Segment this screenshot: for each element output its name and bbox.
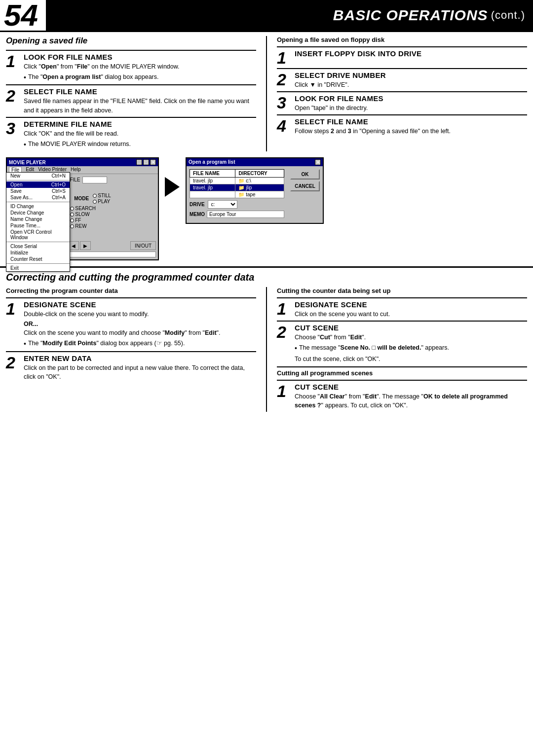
- mode-slow[interactable]: SLOW: [70, 212, 96, 217]
- step-2-title: SELECT FILE NAME: [24, 87, 256, 96]
- menu-id-change[interactable]: ID Change: [6, 203, 70, 210]
- mode-still[interactable]: STILL: [93, 193, 111, 198]
- correcting-step-1-bullet: The "Modify Edit Points" dialog box appe…: [24, 339, 256, 349]
- menu-separator-4: [6, 263, 70, 264]
- menu-open[interactable]: OpenCtrl+O: [6, 181, 70, 188]
- dialog-body: FILE NAME DIRECTORY travel. jlp 📁 c:\ tr…: [187, 166, 323, 223]
- cutting-step-number-1: 1: [277, 300, 292, 317]
- cutting-step-2-bullet-1: The message "Scene No. □ will be deleted…: [295, 343, 527, 353]
- close-button[interactable]: ✕: [150, 159, 156, 165]
- drive-select[interactable]: c:: [208, 200, 237, 209]
- cutting-all-step-body: Choose "All Clear" from "Edit". The mess…: [295, 392, 527, 410]
- file-name-2: travel. jlp: [190, 184, 235, 191]
- window-controls: _ □ ✕: [136, 159, 156, 165]
- ok-button[interactable]: OK: [290, 169, 320, 180]
- screenshot-area: MOVIE PLAYER _ □ ✕ File Edit Video Print…: [0, 157, 533, 260]
- step-3-determine-file-name: 3 DETERMINE FILE NAME Click "OK" and the…: [6, 117, 256, 149]
- mode-search[interactable]: SEARCH: [70, 206, 96, 211]
- page-cont: (cont.): [491, 9, 525, 22]
- cutting-all-heading: Cutting all programmed scenes: [277, 369, 527, 377]
- menu-name-change[interactable]: Name Change: [6, 216, 70, 222]
- mode-radios: STILL PLAY: [93, 193, 111, 204]
- step-1-title: LOOK FOR FILE NAMES: [24, 53, 256, 61]
- floppy-step-2: 2 SELECT DRIVE NUMBER Click ▼ in "DRIVE"…: [277, 68, 527, 89]
- menu-save-as[interactable]: Save As...Ctrl+A: [6, 194, 70, 201]
- dialog-memo-input[interactable]: [207, 211, 284, 218]
- correcting-step-1-body: Double-click on the scene you want to mo…: [24, 310, 256, 319]
- mode-ff[interactable]: FF: [70, 217, 96, 223]
- file-menu-dropdown: NewCtrl+N OpenCtrl+O SaveCtrl+S Save As.…: [6, 172, 70, 272]
- mode-play[interactable]: PLAY: [93, 199, 111, 204]
- dialog-memo-label: MEMO: [190, 212, 205, 217]
- cutting-step-2-body: Choose "Cut" from "Edit".: [295, 333, 527, 342]
- floppy-step-1: 1 INSERT FLOPPY DISK INTO DRIVE: [277, 46, 527, 66]
- cancel-button[interactable]: CANCEL: [290, 181, 320, 191]
- minimize-button[interactable]: _: [136, 159, 142, 165]
- floppy-step-number-4: 4: [277, 117, 292, 134]
- cutting-all-section: Cutting all programmed scenes 1 CUT SCEN…: [277, 366, 527, 410]
- file-row-2[interactable]: travel. jlp 📁 jlip: [190, 184, 284, 191]
- window-titlebar: MOVIE PLAYER _ □ ✕: [7, 158, 158, 166]
- correcting-step-2-body: Click on the part to be corrected and in…: [24, 363, 256, 381]
- mode-rew[interactable]: REW: [70, 223, 96, 229]
- dialog-main-row: FILE NAME DIRECTORY travel. jlp 📁 c:\ tr…: [190, 169, 320, 220]
- drive-label: DRIVE: [190, 202, 205, 207]
- menu-initialize[interactable]: Initialize: [6, 250, 70, 256]
- step-number-2: 2: [6, 87, 21, 104]
- next-button[interactable]: ▶: [80, 241, 91, 250]
- menu-help[interactable]: Help: [71, 167, 81, 173]
- menu-counter-reset[interactable]: Counter Reset: [6, 256, 70, 262]
- step-1-look-for-file-names: 1 LOOK FOR FILE NAMES Click "Open" from …: [6, 50, 256, 82]
- cutting-heading: Cutting the counter data being set up: [277, 287, 527, 294]
- step-2-body: Saved file names appear in the "FILE NAM…: [24, 97, 256, 114]
- floppy-step-1-title: INSERT FLOPPY DISK INTO DRIVE: [295, 49, 527, 58]
- cutting-step-2: 2 CUT SCENE Choose "Cut" from "Edit". Th…: [277, 321, 527, 363]
- dialog-memo-row: MEMO: [190, 211, 284, 218]
- step-2-select-file-name: 2 SELECT FILE NAME Saved file names appe…: [6, 84, 256, 114]
- dialog-close-button[interactable]: ✕: [315, 159, 321, 165]
- cutting-column: Cutting the counter data being set up 1 …: [267, 287, 527, 412]
- menu-save[interactable]: SaveCtrl+S: [6, 188, 70, 194]
- menu-close-serial[interactable]: Close Serial: [6, 243, 70, 250]
- correcting-or-text: OR...: [24, 320, 256, 328]
- arrow-right-icon: [165, 177, 180, 197]
- step-number-1: 1: [6, 53, 21, 70]
- page-title: BASIC OPERATIONS: [333, 7, 488, 24]
- step-number-3: 3: [6, 120, 21, 137]
- file-label: FILE: [70, 177, 80, 182]
- menu-device-change[interactable]: Device Change: [6, 210, 70, 216]
- dialog-buttons: OK CANCEL: [290, 169, 320, 220]
- file-name-header: FILE NAME: [190, 170, 235, 178]
- movie-player-container: MOVIE PLAYER _ □ ✕ File Edit Video Print…: [6, 157, 159, 260]
- menu-new[interactable]: NewCtrl+N: [6, 173, 70, 179]
- cutting-all-step-1: 1 CUT SCENE Choose "All Clear" from "Edi…: [277, 380, 527, 410]
- cutting-step-1: 1 DESIGNATE SCENE Click on the scene you…: [277, 297, 527, 319]
- drive-row: DRIVE c:: [190, 200, 284, 209]
- file-row-3[interactable]: 📁 tape: [190, 191, 284, 198]
- left-column: Opening a saved file 1 LOOK FOR FILE NAM…: [6, 36, 267, 151]
- page-header: 54 BASIC OPERATIONS (cont.): [0, 0, 533, 32]
- floppy-step-3-body: Open "tape" in the directry.: [295, 104, 527, 112]
- floppy-step-number-1: 1: [277, 49, 292, 66]
- cutting-all-step-number-1: 1: [277, 383, 292, 399]
- menu-pause-time[interactable]: Pause Time...: [6, 222, 70, 229]
- correcting-step-number-1: 1: [6, 300, 21, 317]
- file-input[interactable]: [82, 177, 107, 183]
- file-directory-area: FILE NAME DIRECTORY travel. jlp 📁 c:\ tr…: [190, 169, 284, 220]
- dir-2: 📁 jlip: [235, 184, 284, 191]
- main-content: Opening a saved file 1 LOOK FOR FILE NAM…: [0, 36, 533, 151]
- opening-saved-file-heading: Opening a saved file: [6, 36, 256, 46]
- file-row-1[interactable]: travel. jlp 📁 c:\: [190, 178, 284, 184]
- menu-open-vcr[interactable]: Open VCR Control Window: [6, 229, 70, 241]
- open-program-list-dialog[interactable]: Open a program list ✕ FILE NAME DIRECTOR…: [186, 157, 324, 224]
- inout-button[interactable]: IN/OUT: [130, 241, 156, 250]
- floppy-step-4-title: SELECT FILE NAME: [295, 117, 527, 126]
- mode-label: MODE: [74, 196, 89, 201]
- bottom-columns: Correcting the program counter data 1 DE…: [6, 287, 527, 412]
- menu-exit[interactable]: Exit: [6, 265, 70, 271]
- correcting-step-1: 1 DESIGNATE SCENE Double-click on the sc…: [6, 297, 256, 349]
- directory-header: DIRECTORY: [235, 170, 284, 178]
- maximize-button[interactable]: □: [143, 159, 149, 165]
- cutting-step-1-body: Click on the scene you want to cut.: [295, 310, 527, 319]
- step-3-title: DETERMINE FILE NAME: [24, 120, 256, 128]
